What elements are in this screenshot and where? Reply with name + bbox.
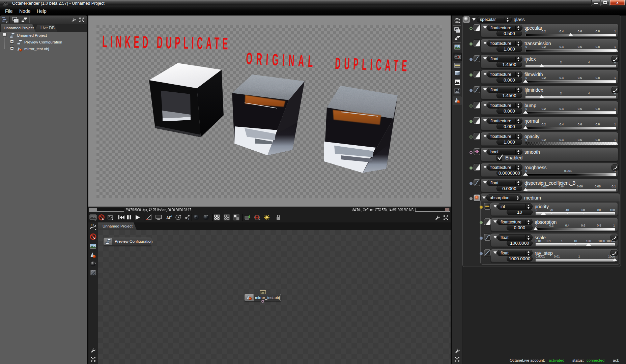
svg-text:i: i — [188, 217, 189, 220]
svg-text:AF: AF — [166, 216, 171, 220]
svg-text:DUPLICATE: DUPLICATE — [335, 54, 411, 75]
svg-text:i: i — [171, 215, 172, 218]
svg-text:LINKED DUPLICATE: LINKED DUPLICATE — [102, 32, 231, 53]
svg-text:ORIGINAL: ORIGINAL — [246, 49, 317, 70]
